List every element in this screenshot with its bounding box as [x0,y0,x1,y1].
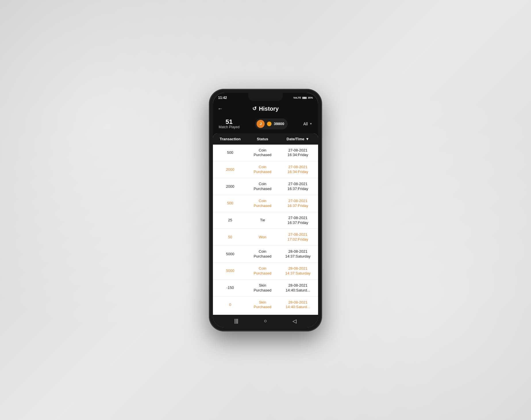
match-number: 51 [219,119,240,125]
coin-icon [267,122,272,126]
cell-status: Won [247,229,278,246]
cell-transaction: 2000 [213,161,247,178]
cell-transaction: 0 [213,296,247,313]
user-avatar: J [257,120,265,128]
phone-notch [248,93,283,101]
stats-row: 51 Match Played J 39800 All ▼ [213,116,318,133]
cell-transaction: 5000 [213,246,247,263]
cell-transaction: 500 [213,145,247,161]
header-title: ↺ History [252,106,279,112]
filter-label: All [303,122,308,126]
signal-icon: ▮▮▮ [302,96,307,99]
cell-status: Skin Purchased [247,296,278,313]
cell-transaction: 5000 [213,262,247,279]
sort-icon: ▼ [305,137,309,141]
cell-datetime: 28-08-2021 14:40:Saturd... [278,279,318,296]
cell-status: Coin Purchased [247,262,278,279]
cell-datetime: 27-08-2021 16:34:Friday [278,161,318,178]
cell-status: Skin Purchased [247,279,278,296]
cell-status: Coin Purchased [247,161,278,178]
match-played-section: 51 Match Played [219,119,240,129]
user-coins-widget: J 39800 [255,118,288,129]
page-title: History [259,106,279,112]
back-button[interactable]: ← [218,106,223,112]
cell-transaction: 500 [213,195,247,212]
table-row: 500Coin Purchased27-08-2021 16:37:Friday [213,195,318,212]
history-icon: ↺ [252,106,257,112]
table-row: 500Coin Purchased27-08-2021 16:34:Friday [213,145,318,161]
table-row: 50Won27-08-2021 17:02:Friday [213,229,318,246]
cell-transaction: 25 [213,212,247,229]
nav-back-button[interactable]: ◁ [293,318,297,324]
cell-datetime: 28-08-2021 14:37:Saturday [278,262,318,279]
cell-datetime: 27-08-2021 16:37:Friday [278,195,318,212]
table-row: 5000Coin Purchased28-08-2021 14:37:Satur… [213,262,318,279]
cell-status: Coin Purchased [247,246,278,263]
chevron-down-icon: ▼ [309,122,312,125]
app-header: ← ↺ History [213,102,318,116]
col-transaction: Transaction [213,133,247,145]
phone-device: 11:42 VoLTE ▮▮▮ 35% ← ↺ History [209,89,322,331]
cell-status: Coin Purchased [247,145,278,161]
nav-menu-button[interactable]: ||| [234,318,238,324]
table-header-row: Transaction Status Date/Time ▼ [213,133,318,145]
battery-icon: 35% [308,96,313,99]
cell-transaction: 2000 [213,178,247,195]
table-row: 0Skin Purchased28-08-2021 14:40:Saturd..… [213,296,318,313]
table-row: 2000Coin Purchased27-08-2021 16:34:Frida… [213,161,318,178]
table-row: -150Skin Purchased28-08-2021 14:40:Satur… [213,279,318,296]
table-row: 5000Coin Purchased28-08-2021 14:37:Satur… [213,246,318,263]
cell-status: Coin Purchased [247,178,278,195]
coin-amount: 39800 [274,122,284,126]
cell-datetime: 27-08-2021 16:34:Friday [278,145,318,161]
match-label: Match Played [219,125,240,129]
phone-body: 11:42 VoLTE ▮▮▮ 35% ← ↺ History [209,89,322,331]
bottom-navigation: ||| ○ ◁ [213,315,318,327]
cell-datetime: 27-08-2021 17:02:Friday [278,229,318,246]
status-icons: VoLTE ▮▮▮ 35% [293,96,313,99]
table-row: 25Tie27-08-2021 16:37:Friday [213,212,318,229]
cell-datetime: 27-08-2021 16:37:Friday [278,178,318,195]
cell-datetime: 27-08-2021 16:37:Friday [278,212,318,229]
status-time: 11:42 [218,96,227,100]
col-datetime-label: Date/Time [286,137,304,141]
nav-home-button[interactable]: ○ [264,318,267,324]
cell-transaction: 50 [213,229,247,246]
table-row: 2000Coin Purchased27-08-2021 16:37:Frida… [213,178,318,195]
col-datetime[interactable]: Date/Time ▼ [278,133,318,145]
cell-datetime: 28-08-2021 14:37:Saturday [278,246,318,263]
transactions-table-container[interactable]: Transaction Status Date/Time ▼ [213,133,318,315]
filter-dropdown[interactable]: All ▼ [303,122,312,126]
col-status: Status [247,133,278,145]
cell-transaction: -150 [213,279,247,296]
cell-status: Coin Purchased [247,195,278,212]
cell-datetime: 28-08-2021 14:40:Saturd... [278,296,318,313]
transactions-table: Transaction Status Date/Time ▼ [213,133,318,315]
cell-status: Tie [247,212,278,229]
phone-screen: 11:42 VoLTE ▮▮▮ 35% ← ↺ History [213,93,318,327]
volte-icon: VoLTE [293,96,301,99]
app-area: ← ↺ History 51 Match Played J 3 [213,102,318,327]
